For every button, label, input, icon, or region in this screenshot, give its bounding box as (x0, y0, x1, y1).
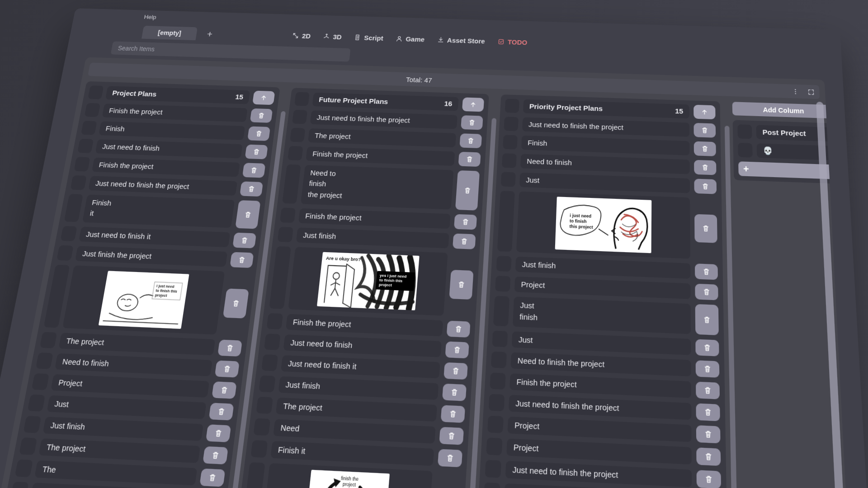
column-header[interactable]: Priority Project Plans15 (505, 99, 716, 119)
todo-tab-button[interactable]: TODO (497, 38, 527, 47)
view-3d-button[interactable]: 3D (323, 33, 342, 41)
item-handle[interactable] (77, 139, 94, 153)
delete-item-button[interactable] (458, 152, 481, 167)
delete-item-button[interactable] (206, 424, 231, 442)
item-handle[interactable] (19, 437, 37, 455)
delete-item-button[interactable] (217, 340, 242, 357)
item-handle[interactable] (497, 191, 515, 252)
delete-item-button[interactable] (695, 304, 719, 335)
item-handle[interactable] (290, 128, 305, 142)
item-handle[interactable] (267, 313, 283, 329)
todo-item[interactable]: Just finish (493, 296, 719, 335)
delete-item-button[interactable] (694, 141, 716, 156)
delete-item-button[interactable] (696, 425, 721, 443)
item-handle[interactable] (492, 331, 508, 347)
delete-item-button[interactable] (695, 339, 719, 357)
item-handle[interactable] (23, 416, 41, 433)
game-button[interactable]: Game (396, 35, 425, 43)
item-handle[interactable] (496, 256, 511, 272)
item-handle[interactable] (32, 373, 49, 390)
view-2d-button[interactable]: 2D (292, 32, 311, 40)
todo-item[interactable]: Just need to finish the project (292, 110, 483, 130)
delete-item-button[interactable] (447, 321, 471, 338)
help-menu[interactable]: Help (143, 14, 156, 20)
delete-item-button[interactable] (215, 361, 240, 378)
todo-item-image[interactable]: i just need to finish this project (497, 191, 718, 260)
todo-item[interactable]: Need to finish (36, 352, 240, 378)
delete-item-button[interactable] (696, 382, 720, 399)
delete-item-button[interactable] (693, 123, 716, 138)
delete-item-button[interactable] (242, 163, 266, 178)
todo-item[interactable]: Just need to finish it (60, 226, 256, 249)
item-handle[interactable] (484, 483, 500, 488)
delete-item-button[interactable] (696, 403, 720, 421)
delete-item-button[interactable] (455, 170, 480, 211)
item-handle[interactable] (28, 394, 46, 412)
item-handle[interactable] (280, 208, 296, 223)
item-handle[interactable] (490, 372, 506, 389)
item-handle[interactable] (36, 352, 53, 369)
item-handle[interactable] (74, 157, 90, 171)
todo-item[interactable]: Finish it (250, 440, 462, 467)
delete-item-button[interactable] (441, 405, 465, 422)
item-handle[interactable] (64, 194, 84, 222)
todo-item[interactable]: Project (32, 373, 237, 399)
item-handle[interactable] (57, 245, 74, 261)
delete-item-button[interactable] (232, 233, 256, 249)
todo-item[interactable]: Finish the project (280, 208, 477, 230)
todo-item[interactable]: Just need to finish it (261, 354, 468, 380)
delete-item-button[interactable] (695, 284, 718, 300)
item-handle[interactable] (489, 394, 505, 411)
todo-item[interactable]: The project (256, 397, 465, 423)
todo-item[interactable]: Just need to finish (77, 139, 268, 160)
todo-item[interactable]: The (15, 460, 226, 487)
asset-store-button[interactable]: Asset Store (437, 36, 485, 45)
item-handle[interactable] (502, 153, 517, 168)
todo-item-image[interactable]: finish the project finish the project fi… (238, 462, 461, 488)
delete-item-button[interactable] (453, 234, 476, 249)
todo-item[interactable]: Finish it (64, 194, 261, 229)
todo-item[interactable]: Finish (503, 135, 716, 156)
delete-item-button[interactable] (240, 181, 263, 197)
item-handle[interactable] (264, 333, 281, 350)
todo-item[interactable]: Finish the project (74, 157, 265, 178)
delete-item-button[interactable] (694, 178, 717, 194)
column-handle[interactable] (505, 99, 519, 113)
delete-item-button[interactable] (223, 288, 249, 318)
todo-item[interactable]: 💀 (738, 143, 854, 163)
collapse-column-button[interactable] (462, 97, 484, 112)
item-handle[interactable] (485, 460, 502, 478)
delete-item-button[interactable] (442, 384, 467, 401)
item-handle[interactable] (10, 482, 29, 488)
delete-item-button[interactable] (696, 360, 720, 378)
item-handle[interactable] (250, 440, 268, 458)
item-handle[interactable] (495, 276, 510, 292)
delete-item-button[interactable] (696, 447, 721, 466)
delete-item-button[interactable] (694, 160, 716, 175)
delete-item-button[interactable] (199, 469, 225, 487)
item-handle[interactable] (269, 246, 291, 309)
item-handle[interactable] (40, 332, 57, 348)
panel-maximize-button[interactable] (807, 88, 815, 95)
todo-item[interactable]: Just need to finish (264, 333, 469, 358)
todo-item-image[interactable]: i just need to finish this project (43, 265, 251, 336)
panel-menu-button[interactable] (792, 88, 799, 95)
item-handle[interactable] (486, 437, 502, 455)
item-handle[interactable] (261, 354, 278, 371)
delete-item-button[interactable] (461, 115, 483, 130)
item-handle[interactable] (256, 397, 273, 414)
item-handle[interactable] (238, 462, 265, 488)
item-handle[interactable] (487, 416, 504, 433)
todo-item[interactable]: Need (253, 418, 464, 445)
collapse-column-button[interactable] (252, 91, 275, 105)
todo-item[interactable]: Just (28, 394, 234, 421)
delete-item-button[interactable] (694, 214, 717, 243)
delete-item-button[interactable] (212, 381, 237, 399)
column-handle[interactable] (737, 124, 752, 139)
item-handle[interactable] (253, 418, 270, 436)
todo-item[interactable]: Finish the project (85, 103, 273, 123)
tab-empty[interactable]: [empty] (142, 26, 198, 40)
item-handle[interactable] (288, 146, 303, 160)
todo-item[interactable]: Project (495, 276, 718, 300)
todo-item[interactable]: The project (40, 332, 242, 357)
